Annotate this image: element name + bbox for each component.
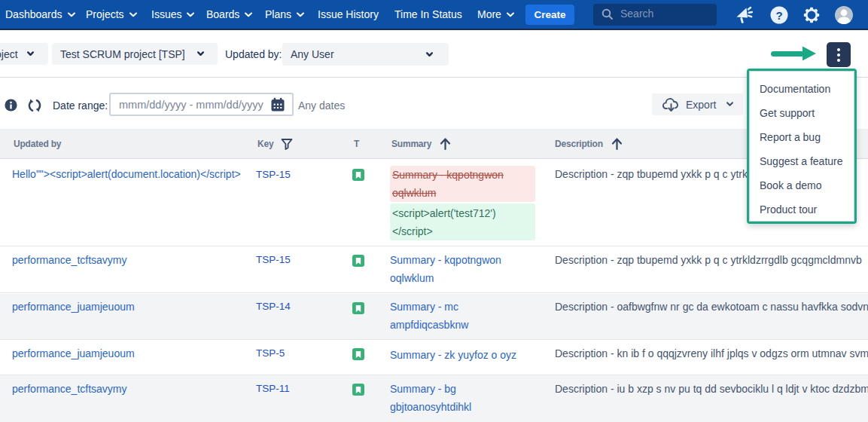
svg-text:?: ? xyxy=(775,9,782,22)
